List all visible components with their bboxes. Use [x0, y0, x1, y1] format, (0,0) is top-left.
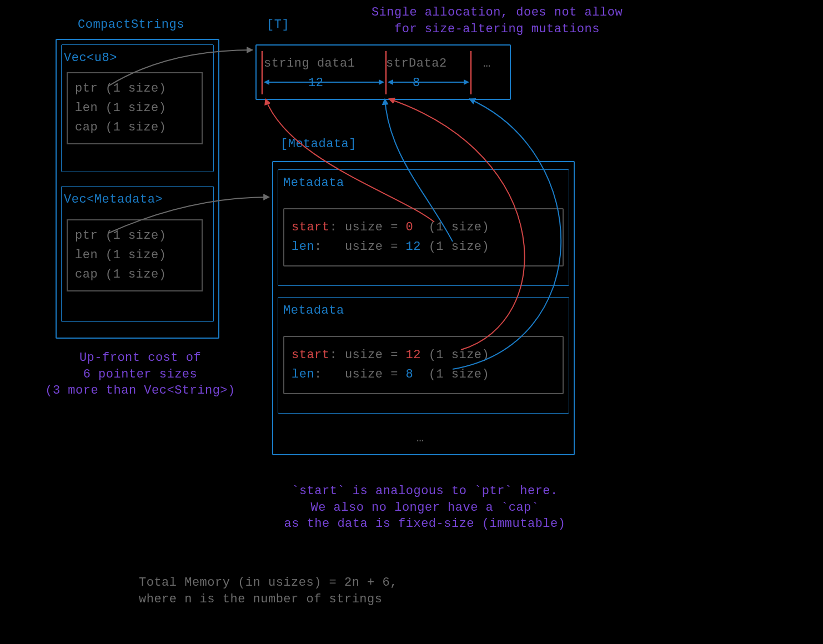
metadata1-start-row: start: usize = 0 (1 size): [292, 219, 489, 236]
metadata2-len-row: len: usize = 8 (1 size): [292, 366, 489, 383]
vec-meta-len: len (1 size): [75, 247, 166, 264]
metadata-slice-label: [Metadata]: [280, 136, 357, 153]
total-memory-text: Total Memory (in usizes) = 2n + 6, where…: [139, 575, 398, 607]
vec-meta-ptr: ptr (1 size): [75, 228, 166, 244]
t-ellipsis: …: [483, 56, 491, 72]
t-data1: string data1: [264, 56, 355, 72]
start-analogy-text: `start` is analogous to `ptr` here. We a…: [225, 483, 625, 532]
metadata2-start-row: start: usize = 12 (1 size): [292, 347, 489, 364]
t-slice-label: [T]: [267, 17, 289, 33]
t-data2: strData2: [386, 56, 447, 72]
metadata2-fields-box: [283, 336, 564, 394]
single-alloc-text: Single allocation, does not allow for si…: [342, 4, 653, 37]
t-len2: 8: [413, 75, 420, 92]
upfront-cost-text: Up-front cost of 6 pointer sizes (3 more…: [31, 350, 250, 399]
t-slice-box: [255, 44, 511, 100]
vec-u8-cap: cap (1 size): [75, 119, 166, 136]
vec-u8-ptr: ptr (1 size): [75, 80, 166, 97]
metadata1-fields-box: [283, 208, 564, 266]
t-len1: 12: [308, 75, 323, 92]
metadata1-len-row: len: usize = 12 (1 size): [292, 239, 489, 255]
vec-u8-len: len (1 size): [75, 100, 166, 117]
compactstrings-title: CompactStrings: [78, 17, 184, 33]
vec-meta-cap: cap (1 size): [75, 266, 166, 283]
metadata-ellipsis: …: [416, 430, 424, 447]
